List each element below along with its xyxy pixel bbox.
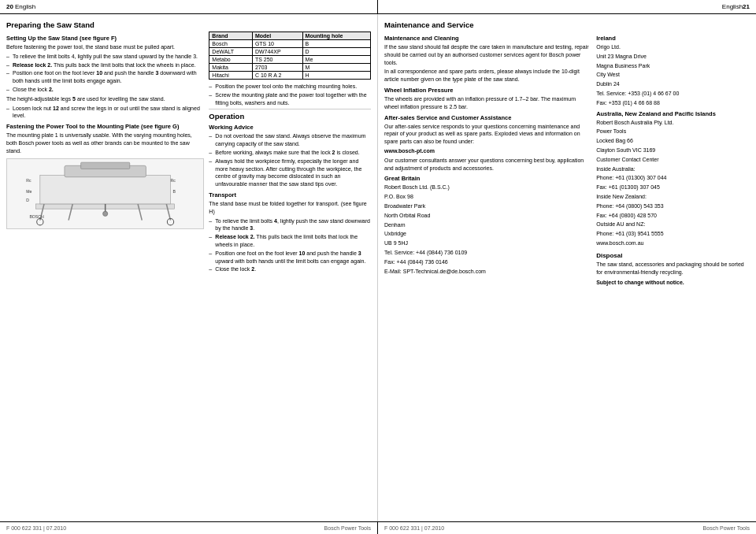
svg-rect-9 — [81, 162, 130, 169]
left-sub1-text: Before fastening the power tool, the sta… — [6, 43, 204, 51]
address-line: Tel. Service: +353 (01) 4 66 67 00 — [596, 90, 750, 98]
right-main-col: Maintenance and Cleaning If the saw stan… — [384, 32, 591, 288]
list-item: Close the lock 2. — [209, 265, 371, 273]
address-line: Origo Ltd. — [596, 43, 750, 51]
page-container: 20 English English 21 Preparing the Saw … — [0, 0, 756, 534]
mounting-table: Brand Model Mounting hole BoschGTS 10B D… — [209, 32, 371, 80]
australia-address: Robert Bosch Australia Pty. Ltd. Power T… — [596, 119, 750, 247]
svg-text:Rc: Rc — [26, 178, 32, 183]
address-line: Phone: +64 (0800) 543 353 — [596, 202, 750, 210]
table-row: BoschGTS 10B — [209, 40, 371, 48]
table-row: MetaboTS 250Me — [209, 56, 371, 64]
aftersales-title: After-sales Service and Customer Assista… — [384, 114, 591, 121]
svg-text:Me: Me — [26, 189, 32, 194]
address-line: Dublin 24 — [596, 80, 750, 88]
right-inner: Maintenance and Cleaning If the saw stan… — [384, 32, 750, 288]
header: 20 English English 21 — [0, 0, 756, 14]
working-bullets: Do not overload the saw stand. Always ob… — [209, 132, 371, 188]
address-line: Inside New Zealand: — [596, 193, 750, 201]
svg-text:B: B — [173, 189, 176, 194]
address-line: North Orbital Road — [384, 212, 591, 220]
working-advice-title: Working Advice — [209, 124, 371, 131]
address-line: Inside Australia: — [596, 165, 750, 173]
list-item: Release lock 2. This pulls back the limi… — [209, 233, 371, 249]
left-page-lang: English — [15, 3, 35, 10]
main-content: Preparing the Saw Stand Setting Up the S… — [0, 14, 756, 521]
address-line: Fax: +353 (01) 4 66 68 88 — [596, 99, 750, 107]
transport-title: Transport — [209, 191, 371, 198]
right-brand: Bosch Power Tools — [703, 525, 750, 531]
address-line: Robert Bosch Australia Pty. Ltd. — [596, 119, 750, 127]
maintenance-text2: In all correspondence and spare parts or… — [384, 68, 591, 83]
right-page-num: 21 — [743, 3, 750, 10]
address-line: Power Tools — [596, 128, 750, 135]
right-page-lang: English — [722, 3, 743, 10]
table-header-brand: Brand — [209, 32, 253, 40]
table-bullets: Position the power tool onto the matchin… — [209, 83, 371, 106]
address-line: Robert Bosch Ltd. (B.S.C.) — [384, 184, 591, 191]
left-bullets2: Loosen lock nut 12 and screw the legs in… — [6, 105, 204, 121]
ireland-title: Ireland — [596, 35, 750, 42]
subject-change: Subject to change without notice. — [596, 279, 750, 287]
right-aside-col: Ireland Origo Ltd. Unit 23 Magna Drive M… — [596, 32, 750, 288]
list-item: Position the power tool onto the matchin… — [209, 83, 371, 91]
header-right: English 21 — [378, 0, 756, 13]
address-line: www.bosch.com.au — [596, 239, 750, 247]
svg-text:D: D — [26, 197, 29, 202]
website-link: www.bosch-pt.com — [384, 147, 591, 155]
great-britain-title: Great Britain — [384, 175, 591, 182]
saw-stand-diagram: Rc Me D Rc B BOSCH — [6, 158, 204, 229]
address-line: Clayton South VIC 3169 — [596, 146, 750, 154]
address-line: Fax: +64 (0800) 428 570 — [596, 212, 750, 220]
address-line: City West — [596, 71, 750, 79]
australia-title: Australia, New Zealand and Pacific Islan… — [596, 110, 750, 117]
operation-title: Operation — [209, 112, 371, 121]
list-item: To relieve the limit bolts 4, lightly pu… — [209, 217, 371, 233]
right-main-title: Maintenance and Service — [384, 20, 750, 29]
address-line: Phone: +61 (03) 9541 5555 — [596, 230, 750, 238]
list-item: To relieve the limit bolts 4, lightly pu… — [6, 53, 204, 61]
address-line: UB 9 5HJ — [384, 239, 591, 247]
left-para1: The height-adjustable legs 5 are used fo… — [6, 95, 204, 103]
disposal-text: The saw stand, accessories and packaging… — [596, 261, 750, 276]
wheel-text: The wheels are provided with an inflatio… — [384, 95, 591, 111]
transport-bullets: To relieve the limit bolts 4, lightly pu… — [209, 217, 371, 274]
address-line: Customer Contact Center — [596, 156, 750, 164]
list-item: Before working, always make sure that th… — [209, 149, 371, 157]
transport-text: The stand base must be folded together f… — [209, 200, 371, 216]
address-line: Fax: +61 (01300) 307 045 — [596, 184, 750, 191]
list-item: Close the lock 2. — [6, 86, 204, 94]
left-bullets1: To relieve the limit bolts 4, lightly pu… — [6, 53, 204, 94]
address-line: Fax: +44 (0844) 736 0146 — [384, 258, 591, 266]
table-header-hole: Mounting hole — [302, 32, 370, 40]
footer: F 000 622 331 | 07.2010 Bosch Power Tool… — [0, 521, 756, 534]
address-line: Magna Business Park — [596, 62, 750, 70]
left-col2: Brand Model Mounting hole BoschGTS 10B D… — [209, 32, 371, 521]
list-item: Do not overload the saw stand. Always ob… — [209, 132, 371, 148]
address-line: P.O. Box 98 — [384, 193, 591, 201]
right-doc-num: F 000 622 331 | 07.2010 — [384, 525, 444, 531]
wheel-title: Wheel Inflation Pressure — [384, 87, 591, 94]
header-left: 20 English — [0, 0, 378, 13]
left-two-col: Setting Up the Saw Stand (see figure F) … — [6, 32, 371, 521]
table-row: DeWALTDW744XPD — [209, 48, 371, 56]
address-line: Broadwater Park — [384, 202, 591, 210]
footer-right: F 000 622 331 | 07.2010 Bosch Power Tool… — [378, 522, 756, 534]
address-line: Outside AU and NZ: — [596, 221, 750, 228]
address-line: Tel. Service: +44 (0844) 736 0109 — [384, 249, 591, 257]
svg-text:Rc: Rc — [170, 178, 176, 183]
address-line: Unit 23 Magna Drive — [596, 53, 750, 61]
list-item: Screw the mounting plate and the power t… — [209, 91, 371, 107]
address-line: Locked Bag 66 — [596, 137, 750, 145]
maintenance-title: Maintenance and Cleaning — [384, 35, 591, 42]
list-item: Position one foot on the foot lever 10 a… — [209, 250, 371, 265]
maintenance-text: If the saw stand should fail despite the… — [384, 43, 591, 66]
address-line: Uxbridge — [384, 230, 591, 238]
table-row: Makita2703M — [209, 64, 371, 72]
footer-left: F 000 622 331 | 07.2010 Bosch Power Tool… — [0, 522, 378, 534]
left-brand: Bosch Power Tools — [324, 525, 371, 531]
aftersales-text: Our after-sales service responds to your… — [384, 123, 591, 146]
disposal-title: Disposal — [596, 252, 750, 259]
great-britain-address: Robert Bosch Ltd. (B.S.C.) P.O. Box 98 B… — [384, 184, 591, 275]
left-sub2-text: The mounting plate 1 is universally usab… — [6, 132, 204, 154]
